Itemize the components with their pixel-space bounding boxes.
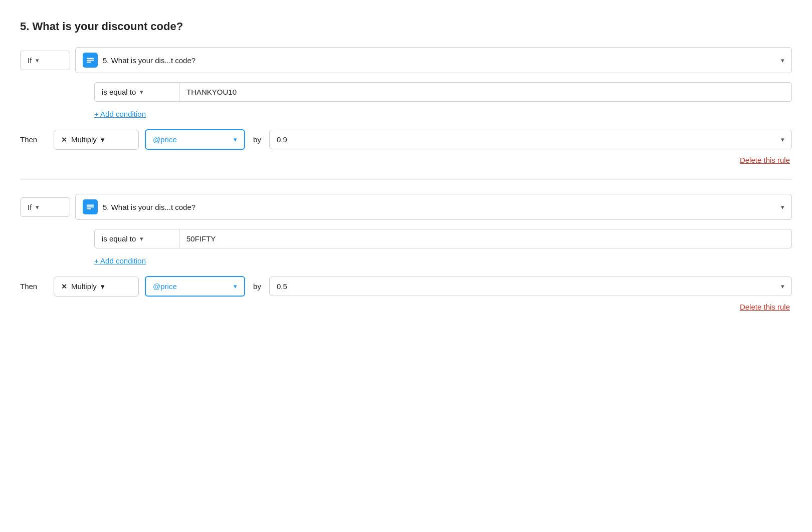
- value-chevron-1: ▾: [781, 136, 784, 143]
- action-chevron-2: ▾: [101, 282, 105, 291]
- action-select-1[interactable]: ✕ Multiply ▾: [54, 130, 139, 150]
- then-row-2: Then ✕ Multiply ▾ @price ▾ by 0.5 ▾: [20, 276, 792, 297]
- operator-chevron-2: ▾: [140, 235, 143, 242]
- value-chevron-2: ▾: [781, 283, 784, 290]
- question-label-1: 5. What is your dis...t code?: [103, 56, 772, 65]
- delete-rule-2: Delete this rule: [20, 303, 792, 311]
- condition-operator-1[interactable]: is equal to ▾: [94, 82, 179, 102]
- variable-chevron-1: ▾: [234, 136, 237, 143]
- variable-tag-2: @price: [153, 282, 177, 291]
- delete-rule-link-1[interactable]: Delete this rule: [740, 156, 790, 164]
- if-select-2[interactable]: If ▾: [20, 197, 70, 217]
- svg-rect-2: [87, 62, 91, 63]
- action-label-2: Multiply: [71, 282, 97, 291]
- if-label-1: If: [28, 56, 32, 65]
- multiply-value-2: 0.5: [277, 282, 777, 291]
- question-icon-2: [83, 199, 98, 214]
- svg-rect-5: [87, 208, 91, 209]
- delete-rule-1: Delete this rule: [20, 156, 792, 164]
- action-chevron-1: ▾: [101, 135, 105, 144]
- multiply-icon-2: ✕: [61, 283, 67, 291]
- question-select-1[interactable]: 5. What is your dis...t code? ▾: [75, 47, 792, 73]
- then-label-2: Then: [20, 282, 48, 291]
- delete-rule-link-2[interactable]: Delete this rule: [740, 303, 790, 311]
- if-label-2: If: [28, 203, 32, 211]
- action-label-1: Multiply: [71, 135, 97, 144]
- variable-tag-1: @price: [153, 135, 177, 144]
- rule-divider-1: [20, 179, 792, 180]
- operator-label-1: is equal to: [102, 88, 136, 96]
- multiply-value-1: 0.9: [277, 135, 777, 144]
- if-row-1: If ▾ 5. What is your dis...t code? ▾: [20, 47, 792, 73]
- question-label-2: 5. What is your dis...t code?: [103, 203, 772, 211]
- operator-chevron-1: ▾: [140, 88, 143, 96]
- by-label-2: by: [251, 282, 263, 291]
- multiply-value-select-1[interactable]: 0.9 ▾: [269, 130, 792, 149]
- condition-value-input-1[interactable]: [179, 82, 792, 102]
- variable-select-1[interactable]: @price ▾: [145, 129, 245, 150]
- condition-operator-2[interactable]: is equal to ▾: [94, 229, 179, 248]
- by-label-1: by: [251, 135, 263, 144]
- question-select-2[interactable]: 5. What is your dis...t code? ▾: [75, 194, 792, 220]
- svg-rect-4: [87, 206, 94, 207]
- rules-container: If ▾ 5. What is your dis...t code? ▾: [20, 47, 792, 311]
- add-condition-link-1[interactable]: + Add condition: [94, 110, 146, 118]
- question-chevron-1: ▾: [781, 57, 784, 64]
- variable-chevron-2: ▾: [234, 283, 237, 290]
- question-chevron-2: ▾: [781, 203, 784, 211]
- operator-label-2: is equal to: [102, 234, 136, 243]
- action-select-2[interactable]: ✕ Multiply ▾: [54, 277, 139, 297]
- multiply-value-select-2[interactable]: 0.5 ▾: [269, 277, 792, 296]
- condition-row-2: is equal to ▾: [94, 229, 792, 248]
- svg-rect-1: [87, 60, 94, 61]
- condition-value-input-2[interactable]: [179, 229, 792, 248]
- if-chevron-2: ▾: [36, 203, 39, 211]
- question-icon-1: [83, 53, 98, 68]
- multiply-icon-1: ✕: [61, 136, 67, 144]
- then-row-1: Then ✕ Multiply ▾ @price ▾ by 0.9 ▾: [20, 129, 792, 150]
- rule-block-2: If ▾ 5. What is your dis...t code? ▾: [20, 194, 792, 311]
- page-title: 5. What is your discount code?: [20, 20, 792, 33]
- if-chevron-1: ▾: [36, 57, 39, 64]
- condition-row-1: is equal to ▾: [94, 82, 792, 102]
- svg-rect-0: [87, 58, 94, 59]
- if-row-2: If ▾ 5. What is your dis...t code? ▾: [20, 194, 792, 220]
- add-condition-link-2[interactable]: + Add condition: [94, 256, 146, 265]
- svg-rect-3: [87, 205, 94, 206]
- rule-block-1: If ▾ 5. What is your dis...t code? ▾: [20, 47, 792, 164]
- variable-select-2[interactable]: @price ▾: [145, 276, 245, 297]
- then-label-1: Then: [20, 135, 48, 144]
- if-select-1[interactable]: If ▾: [20, 51, 70, 70]
